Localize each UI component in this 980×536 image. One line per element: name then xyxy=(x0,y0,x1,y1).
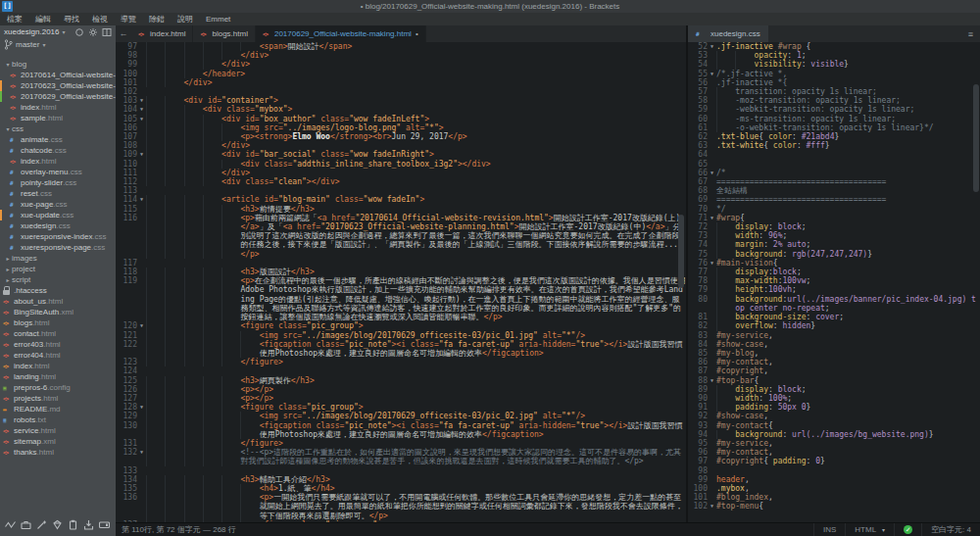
code-line[interactable]: 135<h4>1.紙、筆</h4> xyxy=(116,484,686,493)
code-line[interactable]: 83#my-service, xyxy=(688,331,980,340)
code-line[interactable]: 95#my-service, xyxy=(688,439,980,448)
code-line[interactable]: 123</figure> xyxy=(116,358,686,366)
code-line[interactable]: 79height:100vh; xyxy=(688,285,980,294)
card-icon[interactable] xyxy=(99,516,110,534)
tree-item[interactable]: <>blogs.html xyxy=(0,317,116,328)
code-line[interactable]: 64 xyxy=(688,150,980,159)
tab-blogs.html[interactable]: <>blogs.html xyxy=(193,25,255,42)
code-line[interactable]: 88▼#top-bar{ xyxy=(688,376,980,385)
code-line[interactable]: 66▼/* xyxy=(688,169,980,177)
panel-menu-icon[interactable]: ≡ xyxy=(968,29,973,39)
panel-scrollbar-thumb[interactable] xyxy=(973,84,979,192)
menu-item[interactable]: 尋找 xyxy=(64,14,79,24)
code-line[interactable]: 133 xyxy=(116,466,686,475)
tree-item[interactable]: <>20170623_Official-website-planning.htm… xyxy=(0,80,116,91)
tree-item[interactable]: #xueresponsive-index.css xyxy=(0,231,116,242)
code-line[interactable]: 122<figcaption class="pic_note"><i class… xyxy=(116,340,686,358)
gem-icon[interactable] xyxy=(52,516,63,534)
fold-arrow-icon[interactable]: ▼ xyxy=(708,70,716,78)
code-line[interactable]: 110<div class="addthis_inline_share_tool… xyxy=(116,160,686,169)
code-line[interactable]: 69==================================== xyxy=(688,195,980,204)
code-line[interactable]: 72display: block; xyxy=(688,222,980,231)
code-line[interactable]: 108</div> xyxy=(116,141,686,150)
code-line[interactable]: 98</div> xyxy=(116,51,686,60)
code-line[interactable]: 100.mybox, xyxy=(688,484,980,493)
fold-arrow-icon[interactable]: ▼ xyxy=(137,448,146,465)
code-line[interactable]: 98 xyxy=(688,466,980,475)
code-line[interactable]: 61-o-webkit-transition: opacity 1s linea… xyxy=(688,123,980,132)
tree-item[interactable]: ▣prepros-6.config xyxy=(0,382,116,393)
tab-20170629_Official-website-making.html[interactable]: <>20170629_Official-website-making.html• xyxy=(256,25,426,42)
tree-item[interactable]: <>BingSiteAuth.xml xyxy=(0,307,116,317)
code-line[interactable]: 134<h3>輔助工具介紹</h3> xyxy=(116,475,686,484)
fold-arrow-icon[interactable]: ▼ xyxy=(708,502,716,511)
tree-item[interactable]: <>index.html xyxy=(0,361,116,371)
code-line[interactable]: 80background:url(../images/banner/pic_in… xyxy=(688,295,980,313)
code-line[interactable]: 78max-width:100vw; xyxy=(688,276,980,285)
code-line[interactable]: 54visibility: visible} xyxy=(688,60,980,69)
tree-item[interactable]: #reset.css xyxy=(0,188,116,199)
disclosure-closed-icon[interactable]: ▸ xyxy=(4,255,12,262)
fold-arrow-icon[interactable]: ▼ xyxy=(137,403,146,412)
code-line[interactable]: 60-ms-transition: opacity 1s linear; xyxy=(688,115,980,123)
code-line[interactable]: 124 xyxy=(116,366,686,375)
tree-item[interactable]: #pointy-slider.css xyxy=(0,177,116,188)
insert-mode-toggle[interactable]: INS xyxy=(813,523,845,536)
deploy-icon[interactable] xyxy=(83,516,94,534)
code-line[interactable]: 74margin: 2% auto; xyxy=(688,240,980,249)
menu-item[interactable]: 說明 xyxy=(177,14,193,24)
fold-arrow-icon[interactable]: ▼ xyxy=(708,42,716,51)
code-line[interactable]: 102▼#top-menu{ xyxy=(688,502,980,511)
fold-arrow-icon[interactable]: ▼ xyxy=(137,115,146,123)
tree-item[interactable]: <>index.html xyxy=(0,156,116,167)
code-line[interactable]: 111</div> xyxy=(116,169,686,177)
code-line[interactable]: 99header, xyxy=(688,475,980,484)
code-line[interactable]: 82overflow: hidden} xyxy=(688,321,980,330)
panel-tab[interactable]: # xuedesign.css xyxy=(688,25,768,42)
code-line[interactable]: 106<img src="../images/logo-blog.png" al… xyxy=(116,123,686,132)
code-line[interactable]: 81background-size: cover; xyxy=(688,313,980,321)
tree-item[interactable]: <>contact.html xyxy=(0,328,116,339)
code-line[interactable]: 58-moz-transition: opacity 1s linear; xyxy=(688,96,980,105)
fold-arrow-icon[interactable]: ▼ xyxy=(137,321,146,330)
toolbox-icon[interactable] xyxy=(21,516,31,534)
code-line[interactable]: 105▼<div id="box_author" class="wow fade… xyxy=(116,115,686,123)
menu-item[interactable]: 檔案 xyxy=(7,14,23,24)
tree-folder-script[interactable]: ▸script xyxy=(0,274,116,285)
editor-scrollbar-thumb[interactable] xyxy=(678,215,684,288)
code-line[interactable]: 62.txt-blue{ color: #21abd4} xyxy=(688,132,980,141)
tree-item[interactable]: ≣robots.txt xyxy=(0,414,116,425)
fold-arrow-icon[interactable]: ▼ xyxy=(137,195,146,204)
code-line[interactable]: 86#my-contact, xyxy=(688,358,980,366)
tree-item[interactable]: <>service.html xyxy=(0,425,116,436)
tree-item[interactable]: <>error404.html xyxy=(0,350,116,361)
code-line[interactable]: 87#copyright, xyxy=(688,366,980,375)
tree-folder-project[interactable]: ▸project xyxy=(0,264,116,274)
code-line[interactable]: 104▼<div class="mybox"> xyxy=(116,105,686,114)
fold-arrow-icon[interactable]: ▼ xyxy=(708,376,716,385)
tree-item[interactable]: <>sitemap.xml xyxy=(0,436,116,447)
tree-item[interactable]: <>error403.html xyxy=(0,339,116,350)
code-line[interactable]: 75background: rgb(247,247,247)} xyxy=(688,250,980,259)
code-line[interactable]: 99</div> xyxy=(116,60,686,69)
gear-icon[interactable] xyxy=(88,27,98,37)
code-line[interactable]: 132▼<!--<p>這階段的工作重點在於，如何產出適當的圖文說明，來呈現我們想… xyxy=(116,448,686,465)
code-line[interactable]: 90width: 100%; xyxy=(688,394,980,403)
tree-item[interactable]: #xuedesign.css xyxy=(0,220,116,231)
tree-item[interactable]: <>thanks.html xyxy=(0,447,116,458)
code-line[interactable]: 130<figcaption class="pic_note"><i class… xyxy=(116,421,686,439)
split-view-icon[interactable] xyxy=(102,27,112,37)
code-line[interactable]: 131</figure> xyxy=(116,439,686,448)
tree-folder-css[interactable]: ▾css xyxy=(0,123,116,134)
code-line[interactable]: 63.txt-white{ color: #fff} xyxy=(688,141,980,150)
disclosure-closed-icon[interactable]: ▸ xyxy=(4,276,12,283)
code-line[interactable]: 77display:block; xyxy=(688,268,980,276)
tree-item[interactable]: #xue-update.css xyxy=(0,210,116,220)
code-line[interactable]: 56.jf-inactive *{ xyxy=(688,78,980,87)
tree-item[interactable]: <>index.html xyxy=(0,102,116,113)
tree-folder-images[interactable]: ▸images xyxy=(0,253,116,264)
tree-item[interactable]: <>landing.html xyxy=(0,371,116,382)
code-line[interactable]: 101</div> xyxy=(116,78,686,87)
code-line[interactable]: 68全站結構 xyxy=(688,186,980,195)
fold-arrow-icon[interactable]: ▼ xyxy=(708,214,716,222)
